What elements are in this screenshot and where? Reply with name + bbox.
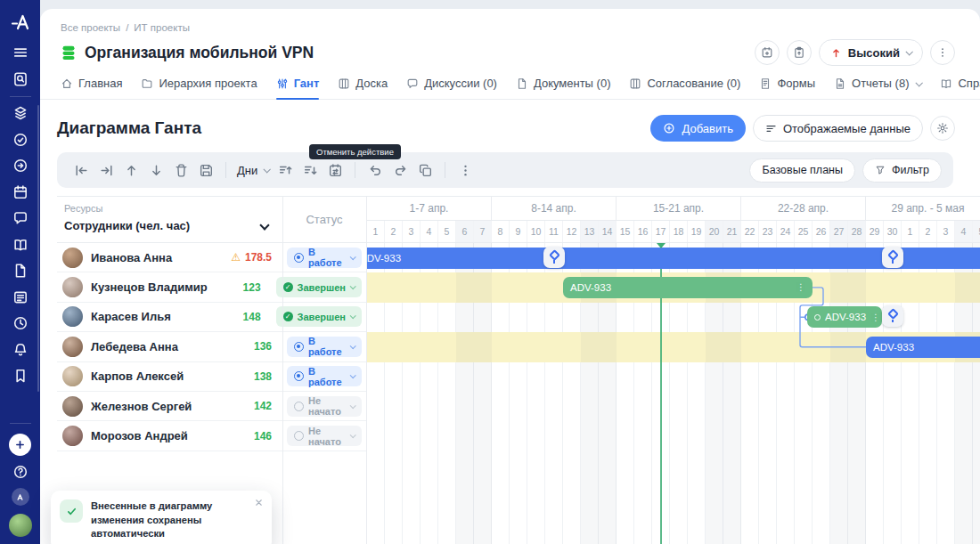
move-up-icon[interactable] [120,159,142,181]
tab-home[interactable]: Главная [61,77,122,99]
table-row[interactable]: Кузнецов Владимир123✓Завершен [57,272,366,302]
book-icon [940,77,952,90]
breadcrumb-all-projects[interactable]: Все проекты [61,22,120,33]
tab-forms[interactable]: Формы [759,77,815,99]
table-row[interactable]: Железнов Сергей142Не начато [57,392,366,421]
table-row[interactable]: Морозов Андрей146Не начато [57,421,366,451]
scale-dropdown[interactable]: Дни [237,164,269,177]
workspace-badge-icon[interactable] [12,488,29,506]
calendar-icon[interactable] [12,184,29,200]
more-button[interactable] [930,40,955,65]
resource-cell[interactable]: Карпов Алексей138 [57,366,282,386]
chevron-down-icon [916,79,923,86]
add-button[interactable]: Добавить [650,115,745,142]
tab-hierarchy[interactable]: Иерархия проекта [141,77,257,99]
chevron-down-icon [350,343,356,349]
tab-discussions[interactable]: Дискуссии (0) [406,77,497,99]
milestone-marker[interactable] [543,247,565,268]
toolbar-divider [445,162,445,178]
milestone-diamond-icon [887,308,899,320]
status-dropdown[interactable]: В работе [287,248,362,268]
app-logo-icon[interactable] [9,11,32,34]
resource-cell[interactable]: Иванова Анна⚠178.5 [57,248,282,268]
resource-name: Иванова Анна [91,251,172,264]
news-icon[interactable] [12,289,29,305]
settings-gear-button[interactable] [930,116,955,141]
resource-cell[interactable]: Железнов Сергей142 [57,396,282,417]
tab-documents[interactable]: Документы (0) [516,77,611,99]
save-icon[interactable] [195,159,216,181]
tab-approval[interactable]: Согласование (0) [629,77,740,99]
document-icon[interactable] [12,263,29,279]
sidebar-scrollbar[interactable] [37,105,39,392]
project-title: Организация мобильной VPN [85,44,314,62]
table-row[interactable]: Карасев Илья148✓Завершен [57,303,366,332]
day-header-cell: 12 [563,221,581,242]
user-avatar[interactable] [9,514,32,537]
chat-icon [406,77,419,90]
status-label: Не начато [308,395,346,417]
tab-label: Документы (0) [534,77,611,90]
avatar [62,306,83,327]
bell-icon[interactable] [12,342,29,358]
tab-label: Согласование (0) [647,77,740,90]
bar-more-icon[interactable]: ⋮ [866,313,880,322]
search-icon[interactable] [12,71,29,87]
status-dropdown[interactable]: ✓Завершен [276,277,362,297]
milestone-marker[interactable] [882,305,903,327]
arrow-circle-icon[interactable] [12,158,29,174]
help-icon[interactable] [12,464,29,480]
tab-reports[interactable]: Отчеты (8) [834,77,921,99]
tab-gantt[interactable]: Гант [276,77,320,99]
display-data-button[interactable]: Отображаемые данные [753,115,923,142]
delete-icon[interactable] [170,159,192,181]
priority-dropdown[interactable]: Высокий [819,39,923,66]
tab-board[interactable]: Доска [338,77,388,99]
move-down-icon[interactable] [145,159,167,181]
table-row[interactable]: Лебедева Анна136В работе [57,332,366,361]
breadcrumb-it-projects[interactable]: ИТ проекты [134,22,190,33]
status-dropdown[interactable]: В работе [287,366,362,386]
gantt-bar[interactable]: ADV-933⋮ [807,306,882,328]
gantt-bar[interactable]: ADV-933 [866,337,980,358]
clock-icon[interactable] [12,315,29,331]
status-dropdown[interactable]: В работе [287,337,362,357]
table-row[interactable]: Иванова Анна⚠178.5В работе [57,243,366,272]
redo-icon[interactable] [389,159,411,181]
calendar-add-button[interactable] [755,40,780,65]
filter-button[interactable]: Фильтр [862,158,942,183]
copy-icon[interactable] [414,159,436,181]
menu-icon[interactable] [12,45,29,61]
undo-icon[interactable] [364,159,386,181]
toolbar-more-icon[interactable] [454,159,476,181]
tab-references[interactable]: Справочники (5) [940,77,980,99]
table-row[interactable]: Карпов Алексей138В работе [57,362,366,392]
book-icon[interactable] [12,237,29,253]
calendar-swap-icon[interactable] [324,159,346,181]
resources-group-label[interactable]: Сотрудники (чел. час) [64,219,282,232]
collapse-left-icon[interactable] [70,159,92,181]
milestone-marker[interactable] [882,247,903,268]
resource-cell[interactable]: Кузнецов Владимир123 [57,277,272,297]
check-circle-icon[interactable] [12,132,29,148]
chat-icon[interactable] [12,210,29,226]
status-dropdown[interactable]: ✓Завершен [276,306,362,327]
gantt-bar[interactable]: ADV-933⋮ [563,277,813,298]
resource-cell[interactable]: Лебедева Анна136 [57,337,282,357]
resource-cell[interactable]: Морозов Андрей146 [57,426,282,446]
avatar [62,396,83,417]
resource-cell[interactable]: Карасев Илья148 [57,306,272,327]
clipboard-button[interactable] [787,40,812,65]
status-dropdown[interactable]: Не начато [287,396,362,417]
sort-desc-icon[interactable] [299,159,321,181]
status-cell: В работе [282,366,366,386]
status-dropdown[interactable]: Не начато [287,426,362,446]
sort-asc-icon[interactable] [274,159,296,181]
baseline-plans-button[interactable]: Базовые планы [749,158,855,183]
toast-close-icon[interactable] [254,498,264,507]
collapse-right-icon[interactable] [95,159,117,181]
create-button[interactable] [9,434,31,456]
bookmark-icon[interactable] [12,368,29,384]
bar-more-icon[interactable]: ⋮ [791,282,805,292]
layers-icon[interactable] [12,105,29,121]
